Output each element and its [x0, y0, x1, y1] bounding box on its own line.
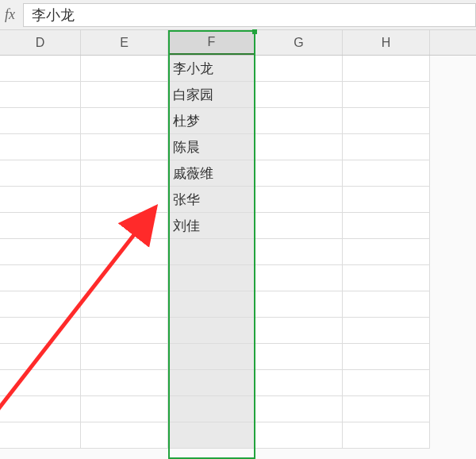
cell-E11[interactable]: [81, 318, 168, 344]
table-row: 张华: [0, 187, 476, 213]
table-row: [0, 344, 476, 370]
table-row: 戚薇维: [0, 160, 476, 187]
cell-G10[interactable]: [255, 291, 343, 318]
cell-H12[interactable]: [343, 344, 430, 370]
cell-E13[interactable]: [81, 370, 168, 396]
cell-H9[interactable]: [343, 265, 430, 291]
cell-G14[interactable]: [255, 396, 343, 422]
table-row: [0, 396, 476, 422]
cell-G7[interactable]: [255, 213, 343, 239]
cell-F5[interactable]: 戚薇维: [168, 160, 255, 187]
cell-G5[interactable]: [255, 160, 343, 187]
cell-E2[interactable]: [81, 82, 168, 108]
table-row: 白家园: [0, 82, 476, 108]
formula-bar: fx: [0, 0, 476, 30]
cell-F4[interactable]: 陈晨: [168, 134, 255, 160]
table-row: [0, 291, 476, 318]
cell-H7[interactable]: [343, 213, 430, 239]
cell-H11[interactable]: [343, 318, 430, 344]
column-header-F[interactable]: F: [168, 30, 255, 55]
column-header-H[interactable]: H: [343, 30, 430, 55]
cell-D1[interactable]: [0, 56, 81, 82]
cell-G12[interactable]: [255, 344, 343, 370]
cell-F9[interactable]: [168, 265, 255, 291]
cell-H3[interactable]: [343, 108, 430, 134]
cell-G9[interactable]: [255, 265, 343, 291]
cell-E9[interactable]: [81, 265, 168, 291]
table-row: 陈晨: [0, 134, 476, 160]
cell-E1[interactable]: [81, 56, 168, 82]
table-row: 刘佳: [0, 213, 476, 239]
cell-F1[interactable]: 李小龙: [168, 56, 255, 82]
cell-F10[interactable]: [168, 291, 255, 318]
cell-E7[interactable]: [81, 213, 168, 239]
cell-F12[interactable]: [168, 344, 255, 370]
cell-E8[interactable]: [81, 239, 168, 265]
cell-G2[interactable]: [255, 82, 343, 108]
cell-D14[interactable]: [0, 396, 81, 422]
cell-D12[interactable]: [0, 344, 81, 370]
cell-D4[interactable]: [0, 134, 81, 160]
cell-G3[interactable]: [255, 108, 343, 134]
formula-input[interactable]: [23, 3, 476, 27]
cell-E6[interactable]: [81, 187, 168, 213]
cell-H15[interactable]: [343, 422, 430, 449]
cell-D8[interactable]: [0, 239, 81, 265]
cell-H10[interactable]: [343, 291, 430, 318]
cell-G15[interactable]: [255, 422, 343, 449]
cell-H5[interactable]: [343, 160, 430, 187]
cell-D2[interactable]: [0, 82, 81, 108]
cell-E12[interactable]: [81, 344, 168, 370]
table-row: [0, 370, 476, 396]
cell-D5[interactable]: [0, 160, 81, 187]
cell-D13[interactable]: [0, 370, 81, 396]
table-row: [0, 422, 476, 449]
cell-G6[interactable]: [255, 187, 343, 213]
column-header-G[interactable]: G: [255, 30, 343, 55]
cell-H2[interactable]: [343, 82, 430, 108]
cell-H8[interactable]: [343, 239, 430, 265]
cell-H13[interactable]: [343, 370, 430, 396]
cell-H1[interactable]: [343, 56, 430, 82]
cell-D10[interactable]: [0, 291, 81, 318]
cell-F7[interactable]: 刘佳: [168, 213, 255, 239]
cell-F11[interactable]: [168, 318, 255, 344]
fx-icon[interactable]: fx: [5, 6, 15, 23]
cell-G1[interactable]: [255, 56, 343, 82]
table-row: [0, 318, 476, 344]
cell-E5[interactable]: [81, 160, 168, 187]
column-header-D[interactable]: D: [0, 30, 81, 55]
grid[interactable]: 李小龙白家园杜梦陈晨戚薇维张华刘佳: [0, 56, 476, 449]
table-row: 杜梦: [0, 108, 476, 134]
cell-D9[interactable]: [0, 265, 81, 291]
cell-G13[interactable]: [255, 370, 343, 396]
cell-G8[interactable]: [255, 239, 343, 265]
cell-E15[interactable]: [81, 422, 168, 449]
cell-E4[interactable]: [81, 134, 168, 160]
cell-H14[interactable]: [343, 396, 430, 422]
cell-F14[interactable]: [168, 396, 255, 422]
table-row: [0, 265, 476, 291]
cell-F8[interactable]: [168, 239, 255, 265]
column-header-E[interactable]: E: [81, 30, 168, 55]
cell-F2[interactable]: 白家园: [168, 82, 255, 108]
cell-D11[interactable]: [0, 318, 81, 344]
cell-G11[interactable]: [255, 318, 343, 344]
cell-F13[interactable]: [168, 370, 255, 396]
cell-H6[interactable]: [343, 187, 430, 213]
cell-D6[interactable]: [0, 187, 81, 213]
cell-H4[interactable]: [343, 134, 430, 160]
cell-F3[interactable]: 杜梦: [168, 108, 255, 134]
cell-E10[interactable]: [81, 291, 168, 318]
cell-E3[interactable]: [81, 108, 168, 134]
cell-F15[interactable]: [168, 422, 255, 449]
table-row: [0, 239, 476, 265]
cell-D15[interactable]: [0, 422, 81, 449]
cell-E14[interactable]: [81, 396, 168, 422]
cell-G4[interactable]: [255, 134, 343, 160]
cell-D3[interactable]: [0, 108, 81, 134]
cell-F6[interactable]: 张华: [168, 187, 255, 213]
table-row: 李小龙: [0, 56, 476, 82]
cell-D7[interactable]: [0, 213, 81, 239]
spreadsheet-area: D E F G H 李小龙白家园杜梦陈晨戚薇维张华刘佳: [0, 30, 476, 459]
